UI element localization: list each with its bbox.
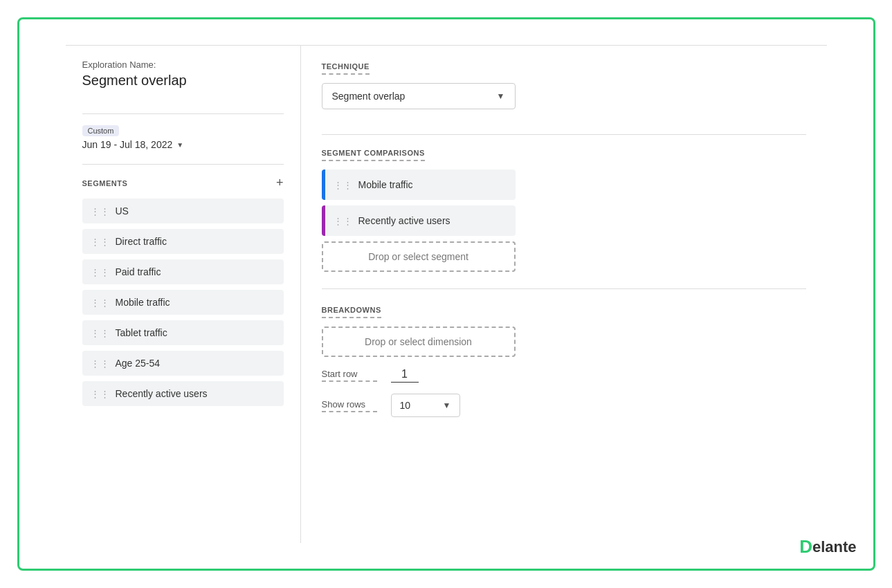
comp-label-recent: Recently active users: [358, 215, 450, 226]
drop-segment-zone[interactable]: Drop or select segment: [322, 241, 516, 272]
start-row-field: Start row 1: [322, 368, 806, 383]
right-panel: TECHNIQUE Segment overlap ▼ SEGMENT COMP…: [301, 46, 827, 543]
show-rows-label: Show rows: [322, 399, 377, 412]
segment-item-paid[interactable]: ⋮⋮ Paid traffic: [82, 259, 284, 284]
segment-item-recent[interactable]: ⋮⋮ Recently active users: [82, 381, 284, 406]
show-rows-value: 10: [400, 400, 411, 411]
technique-dropdown-arrow: ▼: [497, 91, 505, 101]
drag-handle-us: ⋮⋮: [91, 206, 110, 217]
segment-item-tablet[interactable]: ⋮⋮ Tablet traffic: [82, 320, 284, 345]
breakdowns-title: BREAKDOWNS: [322, 306, 381, 318]
divider-breakdowns: [322, 288, 806, 289]
rows-section: Start row 1 Show rows 10 ▼: [322, 368, 806, 417]
segment-item-mobile[interactable]: ⋮⋮ Mobile traffic: [82, 290, 284, 315]
comparison-item-mobile[interactable]: ⋮⋮ Mobile traffic: [322, 169, 516, 200]
drag-handle-paid: ⋮⋮: [91, 267, 110, 277]
divider-2: [82, 164, 284, 165]
segment-comparisons-section: SEGMENT COMPARISONS ⋮⋮ Mobile traffic ⋮⋮…: [322, 146, 806, 277]
technique-section: TECHNIQUE Segment overlap ▼: [322, 59, 806, 123]
start-row-value[interactable]: 1: [391, 368, 419, 383]
date-range-text: Jun 19 - Jul 18, 2022: [82, 139, 173, 150]
delante-logo: D elante: [799, 536, 856, 558]
technique-dropdown[interactable]: Segment overlap ▼: [322, 83, 516, 109]
drag-handle-comp-recent: ⋮⋮: [334, 216, 353, 226]
segments-title: SEGMENTS: [82, 179, 128, 187]
segment-label-mobile: Mobile traffic: [116, 297, 170, 308]
drop-dimension-zone[interactable]: Drop or select dimension: [322, 327, 516, 357]
date-dropdown-arrow: ▼: [176, 141, 183, 149]
segment-label-recent: Recently active users: [116, 388, 208, 399]
date-section: Custom Jun 19 - Jul 18, 2022 ▼: [82, 125, 284, 150]
segment-label-direct: Direct traffic: [116, 236, 167, 247]
drag-handle-age: ⋮⋮: [91, 358, 110, 369]
main-container: Exploration Name: Segment overlap Custom…: [66, 45, 827, 543]
segment-label-tablet: Tablet traffic: [116, 327, 167, 338]
drag-handle-tablet: ⋮⋮: [91, 328, 110, 338]
technique-title: TECHNIQUE: [322, 62, 370, 75]
segment-label-us: US: [116, 205, 129, 217]
segment-label-paid: Paid traffic: [116, 266, 161, 277]
divider-1: [82, 113, 284, 114]
show-rows-dropdown[interactable]: 10 ▼: [391, 394, 460, 417]
segments-header: SEGMENTS +: [82, 176, 284, 190]
comparison-item-recent[interactable]: ⋮⋮ Recently active users: [322, 205, 516, 236]
exploration-name-value: Segment overlap: [82, 73, 284, 89]
exploration-name-label: Exploration Name:: [82, 59, 284, 70]
add-segment-button[interactable]: +: [276, 176, 284, 190]
comp-label-mobile: Mobile traffic: [358, 179, 413, 190]
drag-handle-comp-mobile: ⋮⋮: [334, 180, 353, 190]
technique-value: Segment overlap: [332, 91, 406, 102]
show-rows-field: Show rows 10 ▼: [322, 394, 806, 417]
segment-item-us[interactable]: ⋮⋮ US: [82, 199, 284, 223]
drag-handle-recent: ⋮⋮: [91, 389, 110, 399]
segment-label-age: Age 25-54: [116, 358, 161, 369]
segment-item-age[interactable]: ⋮⋮ Age 25-54: [82, 351, 284, 376]
breakdowns-section: BREAKDOWNS Drop or select dimension Star…: [322, 303, 806, 417]
delante-d: D: [799, 536, 812, 558]
drag-handle-mobile: ⋮⋮: [91, 297, 110, 308]
date-row[interactable]: Jun 19 - Jul 18, 2022 ▼: [82, 139, 284, 150]
show-rows-arrow: ▼: [443, 401, 451, 410]
segment-item-direct[interactable]: ⋮⋮ Direct traffic: [82, 229, 284, 254]
left-panel: Exploration Name: Segment overlap Custom…: [66, 46, 301, 543]
outer-border: Exploration Name: Segment overlap Custom…: [17, 17, 875, 571]
segment-comparisons-title: SEGMENT COMPARISONS: [322, 149, 425, 161]
divider-technique: [322, 134, 806, 135]
delante-rest: elante: [812, 538, 857, 556]
custom-badge: Custom: [82, 125, 120, 136]
start-row-label: Start row: [322, 369, 377, 382]
drag-handle-direct: ⋮⋮: [91, 237, 110, 247]
